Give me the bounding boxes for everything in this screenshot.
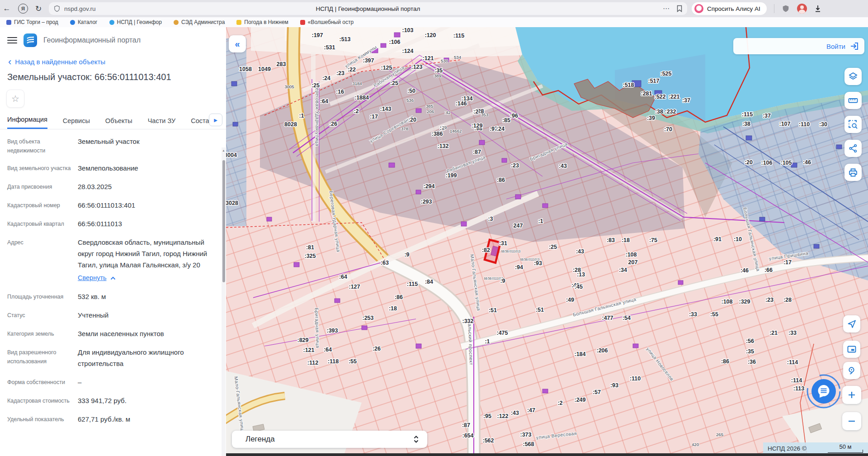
yandex-icon[interactable]: Я bbox=[18, 4, 28, 14]
parcel-label: :83 bbox=[607, 237, 615, 243]
parcel-label: :64 bbox=[320, 98, 328, 104]
parcel-label: 14662 bbox=[450, 128, 462, 133]
parcel-label: :253 bbox=[362, 315, 373, 321]
parcel-label: :518 bbox=[623, 82, 634, 88]
collapse-panel-button[interactable]: « bbox=[229, 35, 246, 52]
parcel-label: :30 bbox=[819, 121, 827, 128]
bookmark-item[interactable]: НСПД | Геоинфор bbox=[109, 19, 162, 25]
profile-avatar[interactable] bbox=[797, 4, 807, 14]
area-select-button[interactable] bbox=[844, 116, 862, 133]
back-to-results-link[interactable]: ‹ Назад в найденные объекты bbox=[0, 47, 226, 66]
parcel-label: :110 bbox=[799, 121, 810, 128]
area-select-icon bbox=[848, 119, 859, 130]
parcel-label: :47 bbox=[527, 407, 535, 413]
login-button[interactable]: Войти bbox=[733, 38, 864, 54]
tab-services[interactable]: Сервисы bbox=[63, 117, 90, 129]
locate-button[interactable] bbox=[843, 315, 860, 332]
parcel-label: :1 bbox=[299, 113, 304, 119]
parcel-label: :525 bbox=[660, 71, 671, 77]
search-location-button[interactable] bbox=[843, 362, 860, 379]
parcel-label: :18 bbox=[622, 237, 630, 243]
bookmark-favicon bbox=[174, 20, 179, 25]
more-options-icon[interactable]: ⋯ bbox=[663, 5, 670, 13]
chat-button[interactable] bbox=[806, 374, 841, 409]
parcel-label: :110 bbox=[630, 375, 641, 382]
parcel-label: :18 bbox=[389, 305, 397, 312]
field-row: Площадь уточненная532 кв. м bbox=[7, 291, 215, 302]
address-collapse-link[interactable]: Свернуть bbox=[78, 272, 116, 284]
field-row: СтатусУчтенный bbox=[7, 309, 215, 321]
parcel-label: :522 bbox=[654, 94, 665, 100]
parcel-label: :2 bbox=[473, 109, 478, 115]
scroll-up-icon[interactable]: ▲ bbox=[222, 149, 226, 152]
field-row-address: Адрес Свердловская область, муниципальны… bbox=[7, 237, 215, 284]
address-bar[interactable]: nspd.gov.ru НСПД | Геоинформационный пор… bbox=[49, 2, 687, 15]
parcel-label: :87 bbox=[462, 422, 470, 428]
parcel-label: :568 bbox=[523, 441, 534, 447]
parcel-label: :654 bbox=[462, 432, 473, 439]
browser-back-icon[interactable]: ← bbox=[0, 4, 14, 13]
parcel-label: :54 bbox=[623, 315, 631, 321]
bookmark-item[interactable]: Погода в Нижнем bbox=[236, 19, 288, 25]
tab-objects[interactable]: Объекты bbox=[105, 117, 132, 129]
parcel-label: :221 bbox=[668, 94, 679, 100]
parcel-label: :21 bbox=[769, 330, 778, 336]
bookmark-item[interactable]: Каталог bbox=[70, 19, 98, 25]
tab-information[interactable]: Информация bbox=[7, 116, 47, 129]
menu-icon[interactable] bbox=[7, 37, 17, 44]
scrollbar-thumb[interactable] bbox=[222, 160, 225, 282]
cadastral-map[interactable]: улица КоммуныРабочая улицаулица Соревнов… bbox=[226, 27, 868, 456]
parcel-label: :33 bbox=[788, 330, 797, 336]
parcel-label: :115 bbox=[453, 33, 464, 39]
scale-ruler bbox=[828, 450, 863, 453]
overview-map-button[interactable] bbox=[843, 341, 860, 358]
parcel-label: :93 bbox=[534, 260, 542, 266]
parcel-label: :107 bbox=[779, 121, 790, 127]
parcel-label: :106 bbox=[389, 39, 400, 45]
reload-icon[interactable]: ↻ bbox=[32, 4, 45, 14]
favorite-star-button[interactable]: ☆ bbox=[6, 90, 24, 108]
protect-icon[interactable] bbox=[782, 5, 790, 13]
parcel-label: :232 bbox=[665, 109, 676, 115]
field-row: Кадастровый квартал66:56:0111013 bbox=[7, 218, 215, 229]
parcel-label: :24 bbox=[496, 126, 505, 132]
parcel-label: :45 bbox=[575, 284, 583, 290]
parcel-label: :115 bbox=[742, 111, 753, 118]
downloads-icon[interactable] bbox=[814, 5, 821, 13]
share-icon bbox=[848, 143, 858, 153]
parcel-label: :20 bbox=[408, 117, 416, 123]
parcel-label: 534 bbox=[454, 55, 461, 60]
street-label: Береговая-Ударная улица bbox=[315, 85, 320, 146]
parcel-label: 420 bbox=[692, 442, 699, 447]
parcel-label: 3028 bbox=[226, 200, 238, 206]
panel-scrollbar[interactable]: ▲ bbox=[222, 147, 226, 456]
parcel-label: :26 bbox=[329, 121, 337, 127]
map-container: улица КоммуныРабочая улицаулица Соревнов… bbox=[226, 27, 868, 456]
parcel-label: :120 bbox=[425, 32, 436, 38]
ask-alice-button[interactable]: Спросить Алису AI bbox=[692, 2, 767, 15]
parcel-label: :112 bbox=[307, 360, 318, 366]
legend-panel[interactable]: Легенда bbox=[232, 431, 427, 448]
measure-button[interactable] bbox=[844, 92, 862, 109]
parcel-label: :28 bbox=[573, 267, 581, 273]
ruler-icon bbox=[848, 95, 859, 106]
parcel-label: :66 bbox=[764, 267, 773, 273]
tab-parts[interactable]: Части ЗУ bbox=[148, 117, 176, 129]
bookmark-icon[interactable] bbox=[676, 5, 683, 12]
attribution-text: НСПД 2026 © bbox=[768, 445, 807, 452]
layers-button[interactable] bbox=[844, 68, 862, 85]
field-row: Кадастровый номер66:56:0111013:401 bbox=[7, 200, 215, 211]
parcel-label: :113 bbox=[793, 385, 804, 392]
parcel-label: :531 bbox=[324, 44, 335, 51]
bookmark-favicon bbox=[109, 20, 114, 25]
bookmark-item[interactable]: ГИС Торги – прод bbox=[6, 19, 58, 25]
bookmark-item[interactable]: «Волшебный остр bbox=[300, 19, 354, 25]
share-button[interactable] bbox=[844, 140, 862, 157]
tabs-next-button[interactable]: ▶ bbox=[209, 114, 222, 126]
zoom-in-button[interactable] bbox=[842, 386, 861, 404]
parcel-label: :56 bbox=[746, 338, 754, 344]
parcel-label: :9 bbox=[500, 278, 505, 284]
bookmark-item[interactable]: СЭД Администра bbox=[174, 19, 225, 25]
print-button[interactable] bbox=[844, 164, 862, 181]
zoom-out-button[interactable] bbox=[842, 412, 861, 430]
